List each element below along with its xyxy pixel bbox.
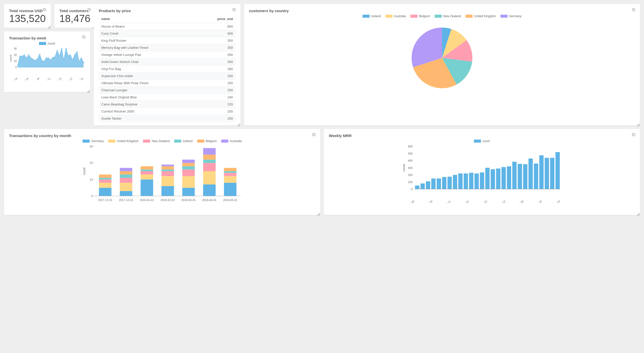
svg-point-23 bbox=[57, 50, 58, 51]
gear-icon[interactable] bbox=[82, 35, 86, 39]
table-row[interactable]: King Fluff Rocker350 bbox=[99, 37, 235, 44]
svg-rect-93 bbox=[224, 176, 236, 183]
svg-rect-108 bbox=[420, 183, 425, 189]
svg-rect-92 bbox=[224, 183, 236, 196]
svg-point-29 bbox=[70, 55, 71, 56]
table-row[interactable]: Suede Tanker200 bbox=[99, 115, 235, 122]
legend-item[interactable]: United Kingdom bbox=[466, 14, 496, 18]
svg-point-5 bbox=[17, 65, 18, 66]
svg-rect-75 bbox=[162, 166, 174, 169]
svg-text:500: 500 bbox=[408, 152, 412, 155]
legend-item[interactable]: Iceland bbox=[363, 14, 381, 18]
resize-handle-icon[interactable]: ◢ bbox=[87, 89, 90, 92]
gear-icon[interactable] bbox=[631, 133, 636, 137]
legend-item[interactable]: New Zealand bbox=[143, 139, 170, 143]
svg-rect-56 bbox=[99, 174, 111, 178]
svg-text:20: 20 bbox=[90, 161, 93, 164]
resize-handle-icon[interactable]: ◢ bbox=[47, 24, 50, 27]
table-row[interactable]: Comfort Recliner 2000200 bbox=[99, 108, 235, 115]
metric-card-customers: Total customers 18,476 ◢ bbox=[54, 4, 95, 28]
svg-rect-89 bbox=[203, 155, 215, 160]
legend-item[interactable]: Belgium bbox=[410, 14, 430, 18]
svg-text:count: count bbox=[9, 55, 12, 62]
legend-item[interactable]: count bbox=[39, 42, 55, 45]
legend-item[interactable]: Germany bbox=[83, 139, 104, 143]
table-row[interactable]: Ultimate Relax With Polar Finish250 bbox=[99, 80, 235, 87]
svg-text:2017-11-20: 2017-11-20 bbox=[421, 200, 433, 203]
table-row[interactable]: Charcoal Lounger250 bbox=[99, 87, 235, 94]
svg-rect-87 bbox=[203, 163, 215, 171]
cell-name: Suede Tanker bbox=[99, 115, 197, 122]
cell-name: Supersize Chin-chiller bbox=[99, 73, 197, 80]
table-row[interactable]: Supersize Chin-chiller250 bbox=[99, 73, 235, 80]
svg-text:400: 400 bbox=[408, 159, 412, 162]
svg-rect-88 bbox=[203, 160, 215, 163]
resize-handle-icon[interactable]: ◢ bbox=[636, 211, 639, 214]
legend-item[interactable]: count bbox=[474, 139, 490, 143]
table-row[interactable]: Memory Bag with Leather Finish350 bbox=[99, 44, 235, 51]
cell-price: 240 bbox=[197, 94, 235, 101]
svg-text:30: 30 bbox=[90, 145, 93, 148]
col-price[interactable]: price_usd bbox=[197, 15, 235, 23]
svg-text:2018-03-05: 2018-03-05 bbox=[513, 200, 525, 203]
gear-icon[interactable] bbox=[87, 8, 91, 12]
table-row[interactable]: Solid Green Stretch Chair300 bbox=[99, 58, 235, 65]
svg-text:2018-02-01: 2018-02-01 bbox=[160, 198, 175, 202]
card-title: Total customers bbox=[59, 9, 90, 13]
gear-icon[interactable] bbox=[631, 8, 636, 12]
svg-rect-53 bbox=[99, 183, 111, 188]
svg-rect-111 bbox=[437, 179, 441, 189]
svg-rect-60 bbox=[120, 178, 132, 183]
gear-icon[interactable] bbox=[312, 133, 316, 137]
svg-point-26 bbox=[63, 60, 64, 61]
legend-item[interactable]: Germany bbox=[500, 14, 521, 18]
table-row[interactable]: Lean-Back Original Blue240 bbox=[99, 94, 235, 101]
gear-icon[interactable] bbox=[232, 8, 236, 12]
svg-rect-73 bbox=[162, 171, 174, 176]
legend-item[interactable]: Belgium bbox=[197, 139, 217, 143]
svg-point-7 bbox=[22, 56, 23, 57]
gear-icon[interactable] bbox=[42, 8, 47, 12]
svg-text:300: 300 bbox=[408, 166, 412, 169]
table-row[interactable]: House of Beans800 bbox=[99, 23, 235, 30]
resize-handle-icon[interactable]: ◢ bbox=[636, 122, 639, 125]
svg-rect-112 bbox=[442, 177, 446, 189]
svg-point-22 bbox=[54, 56, 55, 57]
table-row[interactable]: Vintage Velvet Lounge Pad350 bbox=[99, 51, 235, 58]
cell-price: 300 bbox=[197, 58, 235, 65]
card-title: Total revenue USD bbox=[9, 9, 46, 13]
svg-rect-124 bbox=[507, 166, 511, 189]
table-row[interactable]: Cozy Cresh400 bbox=[99, 30, 235, 37]
cell-price: 350 bbox=[197, 37, 235, 44]
table-row[interactable]: Vinyl Fur Bag260 bbox=[99, 65, 235, 73]
legend-item[interactable]: Australia bbox=[221, 139, 242, 143]
metric-card-revenue: Total revenue USD 135,520 ◢ bbox=[4, 4, 51, 28]
legend-item[interactable]: Iceland bbox=[174, 139, 193, 143]
svg-text:2017-11-01: 2017-11-01 bbox=[98, 198, 112, 202]
svg-rect-125 bbox=[512, 162, 517, 189]
resize-handle-icon[interactable]: ◢ bbox=[237, 122, 240, 125]
svg-rect-96 bbox=[224, 168, 236, 171]
svg-point-13 bbox=[35, 60, 36, 61]
svg-text:10: 10 bbox=[14, 60, 17, 62]
resize-handle-icon[interactable]: ◢ bbox=[317, 211, 320, 214]
legend-item[interactable]: Australia bbox=[386, 14, 406, 18]
svg-text:200: 200 bbox=[408, 173, 412, 176]
svg-text:2017-12-04: 2017-12-04 bbox=[18, 77, 29, 80]
svg-text:2018-04-23: 2018-04-23 bbox=[549, 200, 561, 203]
svg-text:2018-01-08: 2018-01-08 bbox=[29, 77, 40, 80]
legend-item[interactable]: New Zealand bbox=[435, 14, 461, 18]
svg-point-16 bbox=[41, 60, 42, 61]
svg-point-34 bbox=[81, 58, 82, 59]
legend-item[interactable]: United Kingdom bbox=[108, 139, 138, 143]
col-name[interactable]: name bbox=[99, 15, 197, 23]
svg-text:30: 30 bbox=[14, 47, 17, 50]
svg-point-27 bbox=[66, 48, 67, 49]
card-title: Transaction by week bbox=[9, 36, 85, 40]
card-weekly-mrr: Weekly MRR count0100200300400500600count… bbox=[324, 129, 640, 215]
cell-price: 260 bbox=[197, 65, 235, 73]
svg-rect-128 bbox=[529, 159, 533, 189]
svg-point-20 bbox=[50, 59, 51, 60]
svg-rect-127 bbox=[523, 164, 527, 189]
table-row[interactable]: Camo Beanbag Surprise220 bbox=[99, 101, 235, 108]
